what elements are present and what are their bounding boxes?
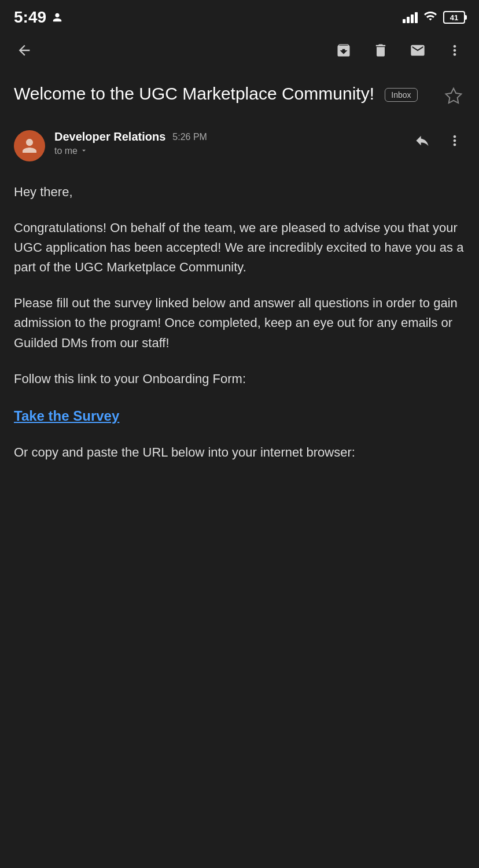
email-para-4: Or copy and paste the URL below into you…	[14, 443, 465, 462]
email-greeting: Hey there,	[14, 182, 465, 202]
status-icons: 41	[403, 10, 465, 25]
sender-info: Developer Relations 5:26 PM to me	[54, 130, 207, 156]
star-button[interactable]	[442, 84, 465, 112]
subject-main-text: Welcome to the UGC Marketplace Community…	[14, 84, 374, 103]
more-options-button[interactable]	[444, 40, 465, 61]
sender-to-row[interactable]: to me	[54, 146, 207, 156]
sender-left: Developer Relations 5:26 PM to me	[14, 130, 207, 161]
delete-button[interactable]	[370, 40, 391, 61]
email-toolbar	[0, 32, 479, 73]
battery-level: 41	[450, 13, 458, 22]
person-icon	[51, 11, 64, 24]
mark-unread-button[interactable]	[407, 40, 428, 61]
subject-row: Welcome to the UGC Marketplace Community…	[14, 82, 465, 112]
email-subject-section: Welcome to the UGC Marketplace Community…	[0, 73, 479, 123]
survey-link[interactable]: Take the Survey	[14, 408, 119, 424]
sender-section: Developer Relations 5:26 PM to me	[0, 123, 479, 171]
reply-button[interactable]	[412, 130, 433, 151]
email-para-3: Follow this link to your Onboarding Form…	[14, 369, 465, 389]
inbox-badge: Inbox	[385, 88, 417, 102]
sender-avatar	[14, 130, 45, 161]
email-subject-text: Welcome to the UGC Marketplace Community…	[14, 82, 433, 105]
sender-actions	[412, 130, 465, 151]
battery-icon: 41	[443, 11, 465, 24]
email-para-2: Please fill out the survey linked below …	[14, 293, 465, 352]
sender-name: Developer Relations	[54, 130, 165, 144]
wifi-icon	[423, 10, 437, 25]
email-body: Hey there, Congratulations! On behalf of…	[0, 171, 479, 486]
email-para-1: Congratulations! On behalf of the team, …	[14, 218, 465, 277]
back-button[interactable]	[14, 40, 35, 61]
sender-name-row: Developer Relations 5:26 PM	[54, 130, 207, 144]
sender-time: 5:26 PM	[172, 132, 207, 142]
toolbar-right	[333, 40, 465, 61]
toolbar-left	[14, 40, 35, 61]
signal-icon	[403, 12, 418, 23]
status-time: 5:49	[14, 8, 64, 27]
status-bar: 5:49 41	[0, 0, 479, 32]
archive-button[interactable]	[333, 40, 354, 61]
more-sender-options-button[interactable]	[444, 130, 465, 151]
to-me-label: to me	[54, 146, 78, 156]
time-display: 5:49	[14, 8, 46, 27]
chevron-down-icon	[80, 146, 88, 156]
